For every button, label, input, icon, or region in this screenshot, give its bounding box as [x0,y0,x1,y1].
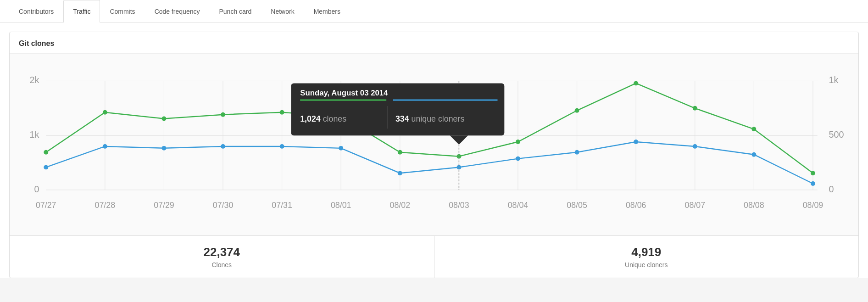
svg-point-31 [516,140,520,144]
svg-point-37 [44,165,48,169]
svg-point-39 [161,146,166,151]
svg-text:08/03: 08/03 [449,201,469,210]
svg-text:1,024 clones: 1,024 clones [300,114,346,123]
chart-svg-wrapper: 2k 1k 0 1k 500 0 [14,58,854,235]
tab-bar: Contributors Traffic Commits Code freque… [0,0,868,22]
svg-text:Sunday, August 03 2014: Sunday, August 03 2014 [300,89,388,97]
svg-text:08/02: 08/02 [390,201,411,210]
svg-text:07/29: 07/29 [154,201,174,210]
tab-code-frequency[interactable]: Code frequency [145,0,210,22]
svg-point-27 [280,110,284,115]
svg-text:500: 500 [829,129,844,140]
svg-point-40 [221,144,225,149]
svg-point-50 [811,181,815,186]
svg-text:08/08: 08/08 [744,201,764,210]
tab-members[interactable]: Members [304,0,350,22]
chart-area: 2k 1k 0 1k 500 0 [10,54,858,235]
chart-svg: 2k 1k 0 1k 500 0 [14,58,854,235]
clones-label: Clones [19,261,425,268]
svg-point-25 [161,117,166,121]
svg-point-42 [339,146,343,151]
stat-clones: 22,374 Clones [10,236,434,278]
svg-point-45 [516,157,520,161]
svg-text:08/05: 08/05 [567,201,587,210]
page-container: Contributors Traffic Commits Code freque… [0,0,868,278]
svg-point-32 [575,108,579,113]
svg-point-38 [103,144,107,149]
svg-text:08/09: 08/09 [803,201,823,210]
clones-number: 22,374 [19,245,425,259]
svg-point-34 [693,106,697,111]
svg-text:08/07: 08/07 [685,201,706,210]
svg-text:0: 0 [34,184,39,194]
svg-text:07/31: 07/31 [272,201,292,210]
svg-point-29 [398,150,402,155]
svg-point-41 [280,144,284,149]
svg-text:334 unique cloners: 334 unique cloners [395,114,465,123]
svg-text:08/06: 08/06 [626,201,646,210]
stats-row: 22,374 Clones 4,919 Unique cloners [10,235,858,278]
svg-point-46 [575,150,579,155]
chart-title: Git clones [10,32,858,54]
svg-point-48 [693,144,697,149]
svg-point-43 [398,171,402,175]
svg-point-49 [751,152,756,157]
unique-cloners-label: Unique cloners [444,261,850,268]
svg-point-23 [44,150,48,155]
svg-text:07/27: 07/27 [36,201,56,210]
svg-text:1k: 1k [30,129,39,140]
tab-commits[interactable]: Commits [100,0,145,22]
svg-text:08/04: 08/04 [508,201,529,210]
svg-text:1k: 1k [829,75,839,85]
tab-network[interactable]: Network [261,0,304,22]
svg-point-26 [221,112,225,117]
unique-cloners-number: 4,919 [444,245,850,259]
git-clones-section: Git clones 2k 1k 0 [9,32,859,278]
svg-text:08/01: 08/01 [331,201,351,210]
svg-point-33 [634,81,638,85]
tab-punch-card[interactable]: Punch card [209,0,261,22]
svg-text:07/30: 07/30 [213,201,234,210]
tab-traffic[interactable]: Traffic [63,0,100,22]
svg-text:0: 0 [829,184,834,194]
svg-text:2k: 2k [30,75,39,85]
tab-contributors[interactable]: Contributors [9,0,63,22]
svg-point-47 [634,140,638,144]
stat-unique-cloners: 4,919 Unique cloners [434,236,859,278]
svg-point-35 [751,127,756,131]
svg-text:07/28: 07/28 [95,201,116,210]
svg-point-36 [811,171,815,175]
svg-point-24 [103,110,107,115]
